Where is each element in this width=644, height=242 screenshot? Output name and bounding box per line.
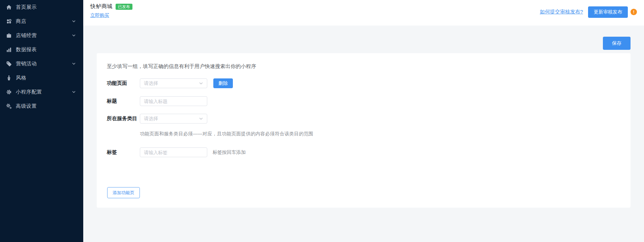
tag-label: 标签 — [107, 149, 140, 155]
home-icon — [6, 4, 12, 10]
save-button[interactable]: 保存 — [603, 37, 631, 50]
sidebar-item-shop[interactable]: 商店 — [0, 14, 83, 28]
buy-now-link[interactable]: 立即购买 — [90, 12, 109, 19]
add-feature-page-button[interactable]: 添加功能页 — [107, 187, 140, 198]
delete-button[interactable]: 删除 — [213, 78, 233, 88]
title-input-wrap — [140, 96, 207, 106]
search-info-panel: 至少填写一组，填写正确的信息有利于用户快速搜索出你的小程序 功能页面 请选择 删… — [97, 53, 631, 208]
brush-icon — [6, 75, 12, 81]
tag-icon — [6, 61, 12, 67]
header-actions: 如何提交审核发布? 更新审核发布 ! — [540, 0, 637, 24]
sidebar-item-miniprogram-config[interactable]: 小程序配置 — [0, 85, 83, 99]
sidebar-item-marketing[interactable]: 营销活动 — [0, 57, 83, 71]
gears-icon — [6, 103, 12, 109]
sidebar-item-label: 营销活动 — [16, 61, 72, 67]
sidebar-item-label: 小程序配置 — [16, 89, 72, 95]
shop-icon — [6, 19, 12, 24]
sidebar-item-style[interactable]: 风格 — [0, 71, 83, 85]
chevron-down-icon — [72, 19, 76, 23]
bar-chart-icon — [6, 47, 12, 53]
app-title-group: 快鲈商城 已发布 — [90, 3, 132, 10]
title-input[interactable] — [144, 99, 203, 104]
sidebar-item-label: 数据报表 — [16, 46, 76, 53]
chevron-down-icon — [199, 116, 203, 121]
page-title: 快鲈商城 — [90, 3, 113, 10]
sidebar-item-label: 店铺经营 — [16, 32, 72, 39]
form-intro-text: 至少填写一组，填写正确的信息有利于用户快速搜索出你的小程序 — [107, 63, 256, 70]
service-category-label: 所在服务类目 — [107, 115, 140, 122]
feature-page-row: 功能页面 请选择 删除 — [107, 78, 233, 88]
title-label: 标题 — [107, 98, 140, 104]
service-category-select[interactable]: 请选择 — [140, 114, 207, 124]
sidebar-item-data-report[interactable]: 数据报表 — [0, 42, 83, 57]
tag-row: 标签 标签按回车添加 — [107, 147, 246, 157]
top-header: 快鲈商城 已发布 立即购买 如何提交审核发布? 更新审核发布 ! — [83, 0, 644, 26]
select-placeholder: 请选择 — [144, 116, 199, 122]
sidebar-item-home-display[interactable]: 首页展示 — [0, 0, 83, 14]
sidebar-item-shop-operation[interactable]: 店铺经营 — [0, 28, 83, 42]
select-placeholder: 请选择 — [144, 80, 199, 87]
sidebar-item-label: 风格 — [16, 75, 76, 81]
service-category-row: 所在服务类目 请选择 — [107, 114, 207, 124]
category-hint-text: 功能页面和服务类目必须——对应，且功能页面提供的内容必须符合该类目的范围 — [140, 131, 313, 137]
sidebar-item-label: 高级设置 — [16, 103, 76, 109]
sidebar-item-advanced-settings[interactable]: 高级设置 — [0, 99, 83, 113]
sidebar-item-label: 商店 — [16, 18, 72, 25]
title-row: 标题 — [107, 96, 207, 106]
gear-icon — [6, 89, 12, 95]
sidebar-item-label: 首页展示 — [16, 4, 76, 10]
briefcase-icon — [6, 33, 12, 38]
alert-icon[interactable]: ! — [631, 9, 637, 15]
chevron-down-icon — [72, 90, 76, 94]
chevron-down-icon — [72, 33, 76, 37]
tag-input-wrap — [140, 147, 207, 157]
update-review-publish-button[interactable]: 更新审核发布 — [588, 6, 628, 18]
status-badge: 已发布 — [116, 4, 132, 10]
tag-hint-text: 标签按回车添加 — [213, 149, 246, 155]
how-to-publish-link[interactable]: 如何提交审核发布? — [540, 9, 583, 15]
sidebar: 首页展示 商店 店铺经营 数据报表 — [0, 0, 83, 242]
tag-input[interactable] — [144, 150, 203, 155]
feature-page-label: 功能页面 — [107, 80, 140, 87]
chevron-down-icon — [199, 81, 203, 85]
chevron-down-icon — [72, 62, 76, 66]
feature-page-select[interactable]: 请选择 — [140, 78, 207, 88]
